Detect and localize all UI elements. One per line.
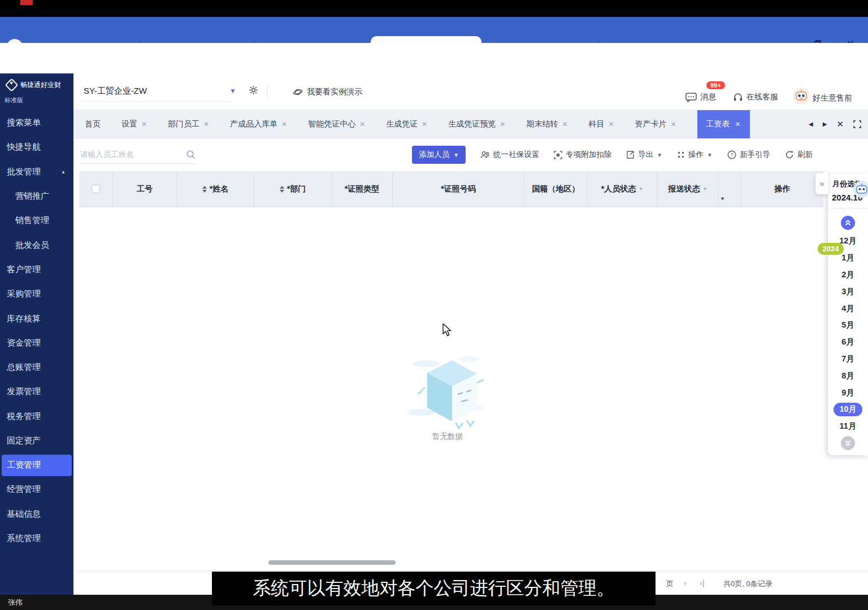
unified-social-insurance-button[interactable]: 统一社保设置 [480, 150, 539, 160]
select-all-checkbox[interactable] [92, 185, 100, 193]
close-icon[interactable]: ✕ [500, 120, 505, 128]
close-icon[interactable]: ✕ [141, 120, 147, 128]
sidebar-item-inventory[interactable]: 库存核算 [0, 306, 73, 330]
sidebar-item-quick-nav[interactable]: 快捷导航 [0, 135, 73, 159]
close-icon[interactable]: ✕ [671, 120, 676, 128]
close-icon[interactable]: ✕ [203, 120, 209, 128]
last-page-icon[interactable]: ›| [700, 578, 705, 587]
company-settings-gear-icon[interactable] [249, 85, 258, 95]
browser-urlbar-row: ← → cloud.chanjet.com/cc/u6t720seigd0/zq… [0, 43, 868, 73]
fullscreen-icon[interactable] [853, 120, 861, 128]
sidebar-item-purchasing[interactable]: 采购管理 [0, 282, 73, 306]
toolbar: 添加人员▼ 统一社保设置 专项附加扣除 导出▼ 操作▼ ? 新手引导 [73, 138, 868, 171]
close-icon[interactable]: ✕ [281, 120, 287, 128]
sidebar-item-funds[interactable]: 资金管理 [0, 331, 73, 355]
search-input[interactable] [80, 146, 181, 163]
sidebar-item-customers[interactable]: 客户管理 [0, 258, 73, 282]
presale-label: 好生意售前 [813, 93, 852, 103]
column-id-type[interactable]: *证照类型 [332, 171, 393, 207]
beginner-guide-button[interactable]: ? 新手引导 [727, 150, 770, 160]
column-id-number[interactable]: *证照号码 [393, 171, 524, 207]
tab-period-end-transfer[interactable]: 期末结转✕ [526, 119, 567, 129]
sidebar-item-wholesale-members[interactable]: 批发会员 [0, 233, 73, 257]
column-report-status[interactable]: 报送状态▼ [657, 171, 719, 207]
special-deduction-button[interactable]: 专项附加扣除 [554, 150, 611, 160]
tab-asset-cards[interactable]: 资产卡片✕ [635, 119, 676, 129]
screen: ⌄ 用 用友好业财官网 ✕ ♥ 好业财 ✕ ♥ 【 】好业 ✕ ♥ 【新消息】好… [0, 0, 868, 610]
close-all-tabs-icon[interactable]: ✕ [836, 119, 844, 129]
next-page-icon[interactable]: › [684, 578, 687, 587]
column-employee-id[interactable]: 工号 [113, 171, 177, 207]
refresh-button[interactable]: 刷新 [785, 150, 813, 160]
filter-icon[interactable]: ▼ [639, 186, 643, 191]
company-selector[interactable]: SY-工贸企业-ZW [84, 86, 147, 97]
sidebar-item-invoices[interactable]: 发票管理 [0, 380, 73, 404]
month-item[interactable]: 9月 [828, 384, 868, 401]
horizontal-scrollbar[interactable] [268, 560, 396, 565]
sidebar-item-marketing[interactable]: 营销推广 [0, 184, 73, 208]
scroll-tabs-left-icon[interactable]: ◀ [809, 121, 813, 127]
demo-link[interactable]: 我要看实例演示 [293, 87, 362, 97]
sidebar-item-sales[interactable]: 销售管理 [0, 208, 73, 233]
operations-button[interactable]: 操作▼ [677, 150, 713, 160]
column-person-status[interactable]: *人员状态▼ [588, 171, 657, 207]
tab-dept-employees[interactable]: 部门员工✕ [168, 119, 209, 129]
sidebar-item-tax[interactable]: 税务管理 [0, 404, 73, 429]
scroll-months-up-button[interactable] [841, 216, 855, 230]
month-item-selected[interactable]: 10月 [828, 401, 868, 418]
month-item[interactable]: 6月 [828, 334, 868, 351]
month-item[interactable]: 3月 [828, 283, 868, 300]
month-item[interactable]: 8月 [828, 367, 868, 384]
browser-tabbar: ⌄ 用 用友好业财官网 ✕ ♥ 好业财 ✕ ♥ 【 】好业 ✕ ♥ 【新消息】好… [0, 17, 868, 43]
scroll-months-down-button[interactable] [841, 436, 855, 450]
tab-voucher-preview[interactable]: 生成凭证预览✕ [448, 119, 505, 129]
tab-home[interactable]: 首页 [85, 119, 101, 129]
close-icon[interactable]: ✕ [422, 120, 427, 128]
collapse-arrow-icon: ▲ [61, 169, 66, 175]
tab-generate-voucher[interactable]: 生成凭证✕ [386, 119, 427, 129]
close-icon[interactable]: ✕ [359, 120, 365, 128]
sidebar-item-wholesale[interactable]: 批发管理▲ [0, 160, 73, 184]
sidebar-item-salary-active[interactable]: 工资管理 [2, 455, 72, 476]
column-actions: 操作 [741, 171, 823, 207]
messages-button[interactable]: 消息 [685, 92, 716, 102]
tab-salary-table-active[interactable]: 工资表✕ [697, 110, 750, 138]
search-icon[interactable] [186, 150, 196, 159]
month-item[interactable]: 7月 [828, 351, 868, 368]
sort-icon[interactable] [280, 186, 284, 193]
table-header: 工号 *姓名 *部门 *证照类型 *证照号码 国籍（地区） *人员状态▼ 报送状… [79, 171, 823, 207]
tab-settings[interactable]: 设置✕ [121, 119, 147, 129]
page-size-label: 页 [666, 579, 674, 589]
month-panel-collapse-button[interactable]: » [815, 173, 828, 194]
close-icon[interactable]: ✕ [608, 120, 614, 128]
month-item[interactable]: 5月 [828, 317, 868, 334]
filter-icon[interactable]: ▼ [703, 186, 708, 191]
sidebar-item-search-menu[interactable]: 搜索菜单 [0, 111, 73, 135]
online-support-button[interactable]: 在线客服 [733, 92, 778, 102]
sort-icon[interactable] [202, 186, 207, 193]
column-nationality[interactable]: 国籍（地区） [524, 171, 588, 207]
month-item[interactable]: 11月 [828, 418, 868, 435]
sidebar-item-system[interactable]: 系统管理 [0, 526, 73, 551]
scroll-tabs-right-icon[interactable]: ▶ [823, 121, 827, 127]
month-item[interactable]: 4月 [828, 300, 868, 317]
sidebar-item-fixed-assets[interactable]: 固定资产 [0, 429, 73, 453]
chevron-down-icon[interactable]: ▼ [229, 87, 236, 95]
sidebar-item-general-ledger[interactable]: 总账管理 [0, 355, 73, 380]
month-item[interactable]: 2月 [828, 267, 868, 284]
sidebar-item-operations[interactable]: 经营管理 [0, 477, 73, 502]
question-icon: ? [727, 150, 736, 159]
company-selector-underline [83, 101, 232, 102]
tab-accounts[interactable]: 科目✕ [588, 119, 614, 129]
assistant-robot-icon[interactable] [853, 181, 868, 198]
sidebar-item-basic-info[interactable]: 基础信息 [0, 502, 73, 526]
tab-smart-voucher-center[interactable]: 智能凭证中心✕ [308, 119, 365, 129]
chevron-down-icon: ▼ [707, 152, 713, 158]
column-department[interactable]: *部门 [254, 171, 332, 207]
add-person-button[interactable]: 添加人员▼ [412, 146, 466, 164]
close-icon[interactable]: ✕ [735, 120, 741, 128]
export-button[interactable]: 导出▼ [626, 150, 662, 160]
column-name[interactable]: *姓名 [177, 171, 254, 207]
close-icon[interactable]: ✕ [562, 120, 567, 128]
tab-finished-goods-receipt[interactable]: 产成品入库单✕ [230, 119, 287, 129]
